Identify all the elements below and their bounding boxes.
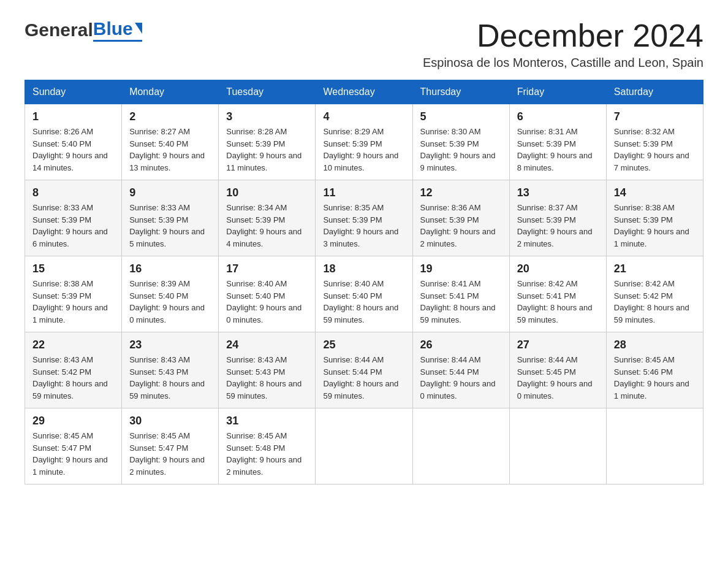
location-subtitle: Espinosa de los Monteros, Castille and L… <box>423 56 703 70</box>
day-number: 24 <box>226 339 308 351</box>
day-number: 29 <box>32 415 114 427</box>
day-number: 1 <box>32 110 114 123</box>
logo-underline <box>93 40 142 42</box>
day-info: Sunrise: 8:26 AM Sunset: 5:40 PM Dayligh… <box>32 126 114 174</box>
day-info: Sunrise: 8:29 AM Sunset: 5:39 PM Dayligh… <box>323 126 404 174</box>
calendar-day-cell: 14 Sunrise: 8:38 AM Sunset: 5:39 PM Dayl… <box>606 180 703 256</box>
day-info: Sunrise: 8:37 AM Sunset: 5:39 PM Dayligh… <box>517 202 599 250</box>
calendar-day-cell <box>316 408 412 484</box>
day-info: Sunrise: 8:45 AM Sunset: 5:47 PM Dayligh… <box>32 430 114 478</box>
page-header: General Blue December 2024 Espinosa de l… <box>25 18 703 70</box>
day-number: 18 <box>323 262 404 275</box>
month-title: December 2024 <box>423 18 703 53</box>
day-info: Sunrise: 8:27 AM Sunset: 5:40 PM Dayligh… <box>129 126 211 174</box>
day-number: 9 <box>129 186 211 199</box>
calendar-week-row: 1 Sunrise: 8:26 AM Sunset: 5:40 PM Dayli… <box>25 104 703 180</box>
calendar-day-header: Monday <box>122 80 219 104</box>
day-number: 4 <box>323 110 404 123</box>
day-number: 5 <box>420 110 502 123</box>
day-number: 2 <box>129 110 211 123</box>
day-number: 3 <box>226 110 308 123</box>
day-number: 6 <box>517 110 599 123</box>
day-info: Sunrise: 8:34 AM Sunset: 5:39 PM Dayligh… <box>226 202 308 250</box>
day-info: Sunrise: 8:44 AM Sunset: 5:44 PM Dayligh… <box>420 354 502 402</box>
day-info: Sunrise: 8:32 AM Sunset: 5:39 PM Dayligh… <box>614 126 696 174</box>
calendar-day-cell: 13 Sunrise: 8:37 AM Sunset: 5:39 PM Dayl… <box>509 180 606 256</box>
calendar-day-cell: 31 Sunrise: 8:45 AM Sunset: 5:48 PM Dayl… <box>219 408 316 484</box>
calendar-day-cell: 2 Sunrise: 8:27 AM Sunset: 5:40 PM Dayli… <box>122 104 219 180</box>
day-info: Sunrise: 8:43 AM Sunset: 5:42 PM Dayligh… <box>32 354 114 402</box>
day-number: 19 <box>420 262 502 275</box>
calendar-day-cell: 7 Sunrise: 8:32 AM Sunset: 5:39 PM Dayli… <box>606 104 703 180</box>
day-number: 15 <box>32 262 114 275</box>
day-info: Sunrise: 8:39 AM Sunset: 5:40 PM Dayligh… <box>129 278 211 326</box>
day-info: Sunrise: 8:40 AM Sunset: 5:40 PM Dayligh… <box>226 278 308 326</box>
calendar-week-row: 8 Sunrise: 8:33 AM Sunset: 5:39 PM Dayli… <box>25 180 703 256</box>
calendar-day-header: Thursday <box>412 80 509 104</box>
day-info: Sunrise: 8:44 AM Sunset: 5:44 PM Dayligh… <box>323 354 404 402</box>
calendar-day-cell: 29 Sunrise: 8:45 AM Sunset: 5:47 PM Dayl… <box>25 408 122 484</box>
day-info: Sunrise: 8:30 AM Sunset: 5:39 PM Dayligh… <box>420 126 502 174</box>
calendar-day-cell: 11 Sunrise: 8:35 AM Sunset: 5:39 PM Dayl… <box>316 180 412 256</box>
day-number: 23 <box>129 339 211 351</box>
calendar-day-cell: 12 Sunrise: 8:36 AM Sunset: 5:39 PM Dayl… <box>412 180 509 256</box>
day-info: Sunrise: 8:44 AM Sunset: 5:45 PM Dayligh… <box>517 354 599 402</box>
calendar-day-cell: 22 Sunrise: 8:43 AM Sunset: 5:42 PM Dayl… <box>25 332 122 408</box>
calendar-day-cell: 15 Sunrise: 8:38 AM Sunset: 5:39 PM Dayl… <box>25 256 122 332</box>
calendar-week-row: 29 Sunrise: 8:45 AM Sunset: 5:47 PM Dayl… <box>25 408 703 484</box>
day-info: Sunrise: 8:38 AM Sunset: 5:39 PM Dayligh… <box>614 202 696 250</box>
day-info: Sunrise: 8:43 AM Sunset: 5:43 PM Dayligh… <box>226 354 308 402</box>
day-number: 31 <box>226 415 308 427</box>
calendar-day-cell: 19 Sunrise: 8:41 AM Sunset: 5:41 PM Dayl… <box>412 256 509 332</box>
day-number: 13 <box>517 186 599 199</box>
calendar-day-cell <box>606 408 703 484</box>
day-number: 12 <box>420 186 502 199</box>
calendar-day-cell: 27 Sunrise: 8:44 AM Sunset: 5:45 PM Dayl… <box>509 332 606 408</box>
title-section: December 2024 Espinosa de los Monteros, … <box>423 18 703 70</box>
calendar-day-cell: 8 Sunrise: 8:33 AM Sunset: 5:39 PM Dayli… <box>25 180 122 256</box>
calendar-day-header: Tuesday <box>219 80 316 104</box>
day-number: 22 <box>32 339 114 351</box>
calendar-day-cell: 20 Sunrise: 8:42 AM Sunset: 5:41 PM Dayl… <box>509 256 606 332</box>
calendar-day-cell: 3 Sunrise: 8:28 AM Sunset: 5:39 PM Dayli… <box>219 104 316 180</box>
calendar-day-cell: 10 Sunrise: 8:34 AM Sunset: 5:39 PM Dayl… <box>219 180 316 256</box>
calendar-day-cell: 6 Sunrise: 8:31 AM Sunset: 5:39 PM Dayli… <box>509 104 606 180</box>
day-number: 8 <box>32 186 114 199</box>
calendar-day-cell: 25 Sunrise: 8:44 AM Sunset: 5:44 PM Dayl… <box>316 332 412 408</box>
day-info: Sunrise: 8:38 AM Sunset: 5:39 PM Dayligh… <box>32 278 114 326</box>
day-number: 26 <box>420 339 502 351</box>
calendar-day-cell <box>509 408 606 484</box>
day-number: 27 <box>517 339 599 351</box>
calendar-day-cell: 1 Sunrise: 8:26 AM Sunset: 5:40 PM Dayli… <box>25 104 122 180</box>
calendar-day-cell: 21 Sunrise: 8:42 AM Sunset: 5:42 PM Dayl… <box>606 256 703 332</box>
calendar-header-row: SundayMondayTuesdayWednesdayThursdayFrid… <box>25 80 703 104</box>
calendar-day-cell: 5 Sunrise: 8:30 AM Sunset: 5:39 PM Dayli… <box>412 104 509 180</box>
day-number: 7 <box>614 110 696 123</box>
calendar-day-header: Saturday <box>606 80 703 104</box>
day-info: Sunrise: 8:33 AM Sunset: 5:39 PM Dayligh… <box>32 202 114 250</box>
day-number: 17 <box>226 262 308 275</box>
day-info: Sunrise: 8:33 AM Sunset: 5:39 PM Dayligh… <box>129 202 211 250</box>
day-number: 14 <box>614 186 696 199</box>
calendar-day-cell <box>412 408 509 484</box>
calendar-day-cell: 28 Sunrise: 8:45 AM Sunset: 5:46 PM Dayl… <box>606 332 703 408</box>
day-info: Sunrise: 8:36 AM Sunset: 5:39 PM Dayligh… <box>420 202 502 250</box>
day-info: Sunrise: 8:35 AM Sunset: 5:39 PM Dayligh… <box>323 202 404 250</box>
calendar-week-row: 15 Sunrise: 8:38 AM Sunset: 5:39 PM Dayl… <box>25 256 703 332</box>
day-info: Sunrise: 8:43 AM Sunset: 5:43 PM Dayligh… <box>129 354 211 402</box>
calendar-day-cell: 24 Sunrise: 8:43 AM Sunset: 5:43 PM Dayl… <box>219 332 316 408</box>
day-info: Sunrise: 8:42 AM Sunset: 5:41 PM Dayligh… <box>517 278 599 326</box>
calendar-day-cell: 18 Sunrise: 8:40 AM Sunset: 5:40 PM Dayl… <box>316 256 412 332</box>
calendar-day-cell: 23 Sunrise: 8:43 AM Sunset: 5:43 PM Dayl… <box>122 332 219 408</box>
calendar-day-header: Friday <box>509 80 606 104</box>
day-number: 20 <box>517 262 599 275</box>
calendar-week-row: 22 Sunrise: 8:43 AM Sunset: 5:42 PM Dayl… <box>25 332 703 408</box>
logo-triangle-icon <box>135 23 142 34</box>
day-number: 10 <box>226 186 308 199</box>
calendar-day-cell: 17 Sunrise: 8:40 AM Sunset: 5:40 PM Dayl… <box>219 256 316 332</box>
logo-blue-section: Blue <box>93 18 142 42</box>
day-info: Sunrise: 8:41 AM Sunset: 5:41 PM Dayligh… <box>420 278 502 326</box>
day-info: Sunrise: 8:31 AM Sunset: 5:39 PM Dayligh… <box>517 126 599 174</box>
calendar-day-header: Sunday <box>25 80 122 104</box>
day-number: 21 <box>614 262 696 275</box>
